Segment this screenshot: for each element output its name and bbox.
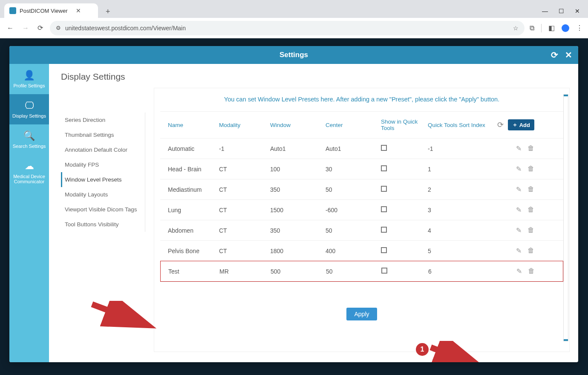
edit-icon[interactable]: ✎ <box>516 206 522 214</box>
subnav-modality-layouts[interactable]: Modality Layouts <box>61 187 145 202</box>
table-refresh-icon[interactable]: ⟳ <box>497 120 504 130</box>
edit-icon[interactable]: ✎ <box>516 144 522 153</box>
cell-sort: 1 <box>428 166 492 173</box>
person-icon: 👤 <box>23 70 35 81</box>
table-row[interactable]: Automatic-1Auto1Auto1-1✎🗑 <box>160 138 563 159</box>
reload-button[interactable]: ⟳ <box>36 22 45 34</box>
extensions-icon[interactable]: ⧉ <box>530 24 534 32</box>
close-icon[interactable]: ✕ <box>76 7 81 14</box>
close-window-icon[interactable]: ✕ <box>574 8 580 14</box>
table-row[interactable]: MediastinumCT350502✎🗑 <box>160 179 563 199</box>
browser-tab[interactable]: PostDICOM Viewer ✕ <box>4 3 98 18</box>
info-text: You can set Window Level Presets here. A… <box>154 88 569 111</box>
checkbox-show[interactable] <box>381 165 387 171</box>
sidebar-item-display[interactable]: 🖵 Display Settings <box>9 94 49 124</box>
search-icon: 🔍 <box>23 130 35 141</box>
col-show[interactable]: Show in Quick Tools <box>381 118 428 131</box>
cell-window: 1800 <box>270 248 326 254</box>
delete-icon[interactable]: 🗑 <box>528 267 535 275</box>
cell-center: 50 <box>326 227 381 234</box>
cell-window: 100 <box>270 166 326 173</box>
checkbox-show[interactable] <box>381 247 387 253</box>
subnav-annotation-color[interactable]: Annotation Default Color <box>61 142 145 157</box>
close-modal-icon[interactable]: ✕ <box>565 50 572 60</box>
sidebar-item-label: Search Settings <box>13 144 46 149</box>
col-name[interactable]: Name <box>168 122 219 128</box>
window-controls: — ☐ ✕ <box>542 8 588 18</box>
edit-icon[interactable]: ✎ <box>516 247 522 255</box>
table-row[interactable]: AbdomenCT350504✎🗑 <box>160 220 563 240</box>
cell-center: 400 <box>326 248 381 254</box>
col-modality[interactable]: Modality <box>219 122 270 128</box>
add-button[interactable]: ＋ Add <box>508 119 534 130</box>
site-info-icon[interactable]: ⚙ <box>56 25 61 31</box>
maximize-icon[interactable]: ☐ <box>558 8 564 14</box>
table-row[interactable]: LungCT1500-6003✎🗑 <box>160 199 563 220</box>
subnav-window-level-presets[interactable]: Window Level Presets <box>61 172 145 187</box>
delete-icon[interactable]: 🗑 <box>527 185 534 193</box>
profile-avatar[interactable] <box>562 24 569 32</box>
cell-window: Auto1 <box>270 145 326 152</box>
menu-icon[interactable]: ⋮ <box>576 24 583 32</box>
sidebar-item-search[interactable]: 🔍 Search Settings <box>9 124 49 155</box>
subnav-tool-buttons-visibility[interactable]: Tool Buttons Visibility <box>61 217 145 232</box>
scrollbar[interactable] <box>563 94 568 341</box>
cell-modality: CT <box>219 207 270 213</box>
cell-modality: CT <box>219 248 270 254</box>
checkbox-show[interactable] <box>381 227 387 233</box>
minimize-icon[interactable]: — <box>542 8 548 14</box>
panel-icon[interactable]: ◧ <box>548 24 555 32</box>
table-row[interactable]: Head - BrainCT100301✎🗑 <box>160 159 563 179</box>
cell-name: Abdomen <box>168 227 219 234</box>
cell-sort: 2 <box>428 186 492 193</box>
table-row[interactable]: Pelvis BoneCT18004005✎🗑 <box>160 240 563 261</box>
subnav-series-direction[interactable]: Series Direction <box>61 112 145 127</box>
address-bar[interactable]: ⚙ unitedstateswest.postdicom.com/Viewer/… <box>50 21 525 35</box>
checkbox-show[interactable] <box>381 206 387 212</box>
apply-button[interactable]: Apply <box>346 308 377 320</box>
cell-sort: 3 <box>428 207 492 213</box>
cell-modality: CT <box>219 166 270 173</box>
refresh-icon[interactable]: ⟳ <box>551 50 558 60</box>
col-window[interactable]: Window <box>270 122 326 128</box>
content-area: Display Settings Series Direction Thumbn… <box>49 64 578 362</box>
toolbar-right: ⧉ ◧ ⋮ <box>530 24 583 32</box>
edit-icon[interactable]: ✎ <box>516 165 522 173</box>
cloud-icon: ☁ <box>25 161 34 172</box>
checkbox-show[interactable] <box>381 268 387 274</box>
app-background: Settings ⟳ ✕ 👤 Profile Settings 🖵 Displa… <box>0 38 588 375</box>
delete-icon[interactable]: 🗑 <box>527 247 534 255</box>
subnav-thumbnail-settings[interactable]: Thumbnail Settings <box>61 127 145 142</box>
monitor-icon: 🖵 <box>25 100 34 111</box>
delete-icon[interactable]: 🗑 <box>527 206 534 214</box>
edit-icon[interactable]: ✎ <box>516 267 522 275</box>
cell-window: 350 <box>270 186 326 193</box>
delete-icon[interactable]: 🗑 <box>527 165 534 173</box>
col-sort[interactable]: Quick Tools Sort Index <box>428 122 492 128</box>
checkbox-show[interactable] <box>381 145 387 151</box>
url-text: unitedstateswest.postdicom.com/Viewer/Ma… <box>65 25 509 32</box>
subnav-viewport-dicom-tags[interactable]: Viewport Visible Dicom Tags <box>61 202 145 217</box>
checkbox-show[interactable] <box>381 186 387 192</box>
table-header: Name Modality Window Center Show in Quic… <box>160 111 563 138</box>
delete-icon[interactable]: 🗑 <box>527 144 534 153</box>
sidebar-item-label: Profile Settings <box>14 83 45 88</box>
forward-button[interactable]: → <box>20 23 31 34</box>
subnav-modality-fps[interactable]: Modality FPS <box>61 157 145 172</box>
bookmark-icon[interactable]: ☆ <box>513 25 519 32</box>
cell-name: Test <box>168 268 219 275</box>
sidebar-item-profile[interactable]: 👤 Profile Settings <box>9 64 49 94</box>
back-button[interactable]: ← <box>5 23 15 34</box>
col-center[interactable]: Center <box>326 122 381 128</box>
sidebar-item-medical[interactable]: ☁ Medical Device Communicator <box>9 155 49 190</box>
cell-sort: 4 <box>428 227 492 234</box>
panel: You can set Window Level Presets here. A… <box>145 64 578 362</box>
sidebar-item-label: Display Settings <box>12 113 46 118</box>
new-tab-button[interactable]: + <box>102 6 114 18</box>
table-row[interactable]: TestMR500506✎🗑 <box>160 261 563 282</box>
edit-icon[interactable]: ✎ <box>516 226 522 234</box>
edit-icon[interactable]: ✎ <box>516 185 522 193</box>
delete-icon[interactable]: 🗑 <box>527 226 534 234</box>
cell-center: -600 <box>326 207 381 213</box>
cell-modality: CT <box>219 186 270 193</box>
